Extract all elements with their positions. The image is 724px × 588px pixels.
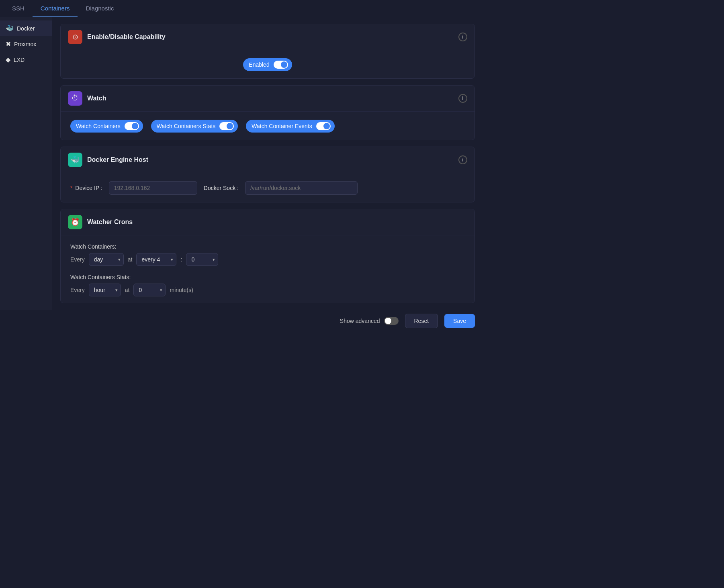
enable-disable-toggle[interactable]: Enabled <box>243 58 292 71</box>
watch-containers-switch[interactable] <box>125 122 139 130</box>
watcher-crons-title: Watcher Crons <box>87 218 133 226</box>
watch-container-events-toggle[interactable]: Watch Container Events <box>246 120 334 133</box>
watch-containers-stats-label: Watch Containers Stats <box>157 123 216 129</box>
stats-every-label: Every <box>70 287 85 293</box>
docker-engine-host-header-left: 🐳 Docker Engine Host <box>68 153 148 167</box>
required-star: * <box>70 185 72 191</box>
colon-separator: : <box>180 256 182 263</box>
watch-info-icon[interactable]: i <box>458 94 467 103</box>
period-select-wrapper: day hour minute ▾ <box>89 253 124 266</box>
enabled-label: Enabled <box>249 61 269 68</box>
watch-section: ⏱ Watch i Watch Containers Watch Contain… <box>60 85 475 140</box>
watch-containers-stats-cron-label: Watch Containers Stats: <box>70 274 193 280</box>
watcher-crons-icon: ⏰ <box>68 215 82 229</box>
watch-header-left: ⏱ Watch <box>68 91 106 106</box>
docker-engine-host-title: Docker Engine Host <box>87 156 148 163</box>
watch-containers-stats-cron-block: Watch Containers Stats: Every hour day ▾… <box>70 274 193 296</box>
device-ip-input[interactable] <box>109 181 197 195</box>
watch-containers-stats-toggle[interactable]: Watch Containers Stats <box>151 120 238 133</box>
watch-containers-stats-switch[interactable] <box>219 122 234 130</box>
stats-period-select[interactable]: hour day <box>89 284 121 296</box>
sidebar-docker-label: Docker <box>17 25 35 32</box>
tab-ssh[interactable]: SSH <box>4 0 33 17</box>
docker-engine-host-header: 🐳 Docker Engine Host i <box>61 147 474 173</box>
stats-minute-select[interactable]: 0 15 30 45 <box>133 284 166 296</box>
sidebar-proxmox-label: Proxmox <box>14 41 36 47</box>
enabled-switch[interactable] <box>274 61 288 69</box>
tab-diagnostic[interactable]: Diagnostic <box>78 0 122 17</box>
docker-engine-host-fields: * Device IP : Docker Sock : <box>70 181 465 195</box>
watch-container-events-label: Watch Container Events <box>252 123 312 129</box>
stats-minute-select-wrapper: 0 15 30 45 ▾ <box>133 284 166 296</box>
lxd-icon: ◆ <box>6 56 10 63</box>
reset-button[interactable]: Reset <box>405 314 438 328</box>
every-label: Every <box>70 256 85 263</box>
enable-disable-icon: ⊙ <box>68 30 82 44</box>
show-advanced-row: Show advanced <box>340 317 399 325</box>
watcher-crons-body: Watch Containers: Every day hour minute … <box>61 235 474 303</box>
watcher-crons-header-left: ⏰ Watcher Crons <box>68 215 133 229</box>
watch-container-events-switch[interactable] <box>316 122 331 130</box>
at-label: at <box>128 256 133 263</box>
watch-containers-cron-label: Watch Containers: <box>70 243 218 250</box>
minute-select[interactable]: 0 15 30 45 <box>186 253 218 266</box>
watch-body: Watch Containers Watch Containers Stats … <box>61 111 474 140</box>
watcher-crons-section: ⏰ Watcher Crons Watch Containers: Every … <box>60 209 475 303</box>
enable-disable-info-icon[interactable]: i <box>458 33 467 41</box>
device-ip-label: * Device IP : <box>70 185 102 191</box>
main-layout: 🐳 Docker ✖ Proxmox ◆ LXD ⊙ Enable/Disabl… <box>0 17 483 310</box>
content-area: ⊙ Enable/Disable Capability i Enabled ⏱ <box>52 17 483 310</box>
show-advanced-label: Show advanced <box>340 318 380 324</box>
enable-disable-title: Enable/Disable Capability <box>87 33 166 41</box>
docker-engine-host-section: 🐳 Docker Engine Host i * Device IP : Doc… <box>60 147 475 202</box>
docker-engine-host-body: * Device IP : Docker Sock : <box>61 173 474 202</box>
sidebar-item-proxmox[interactable]: ✖ Proxmox <box>0 36 52 52</box>
tab-containers[interactable]: Containers <box>33 0 78 17</box>
watch-containers-toggle[interactable]: Watch Containers <box>70 120 143 133</box>
show-advanced-toggle[interactable] <box>384 317 399 325</box>
watch-icon: ⏱ <box>68 91 82 106</box>
footer: Show advanced Reset Save <box>0 310 483 332</box>
tab-bar: SSH Containers Diagnostic <box>0 0 483 17</box>
stats-period-select-wrapper: hour day ▾ <box>89 284 121 296</box>
enable-disable-header: ⊙ Enable/Disable Capability i <box>61 24 474 50</box>
docker-icon: 🐳 <box>6 24 14 32</box>
enable-disable-body: Enabled <box>61 50 474 79</box>
proxmox-icon: ✖ <box>6 40 11 48</box>
save-button[interactable]: Save <box>444 314 475 328</box>
docker-engine-icon: 🐳 <box>68 153 82 167</box>
period-select[interactable]: day hour minute <box>89 253 124 266</box>
watch-containers-cron-block: Watch Containers: Every day hour minute … <box>70 243 218 266</box>
sidebar-item-lxd[interactable]: ◆ LXD <box>0 52 52 67</box>
watch-containers-cron-row: Every day hour minute ▾ at <box>70 253 218 266</box>
docker-sock-label: Docker Sock : <box>204 185 239 191</box>
minutes-suffix: minute(s) <box>170 287 193 293</box>
interval-select-wrapper: every 1 every 2 every 4 every 6 every 12… <box>136 253 176 266</box>
watch-title: Watch <box>87 95 106 102</box>
docker-sock-input[interactable] <box>245 181 358 195</box>
enable-disable-section: ⊙ Enable/Disable Capability i Enabled <box>60 24 475 79</box>
interval-select[interactable]: every 1 every 2 every 4 every 6 every 12 <box>136 253 176 266</box>
watcher-crons-header: ⏰ Watcher Crons <box>61 209 474 235</box>
sidebar: 🐳 Docker ✖ Proxmox ◆ LXD <box>0 17 52 310</box>
sidebar-item-docker[interactable]: 🐳 Docker <box>0 20 52 36</box>
sidebar-lxd-label: LXD <box>14 57 25 63</box>
enable-disable-header-left: ⊙ Enable/Disable Capability <box>68 30 166 44</box>
minute-select-wrapper: 0 15 30 45 ▾ <box>186 253 218 266</box>
docker-engine-host-info-icon[interactable]: i <box>458 155 467 164</box>
stats-at-label: at <box>125 287 130 293</box>
watch-containers-label: Watch Containers <box>76 123 121 129</box>
watch-header: ⏱ Watch i <box>61 86 474 111</box>
watch-containers-stats-cron-row: Every hour day ▾ at 0 15 <box>70 284 193 296</box>
